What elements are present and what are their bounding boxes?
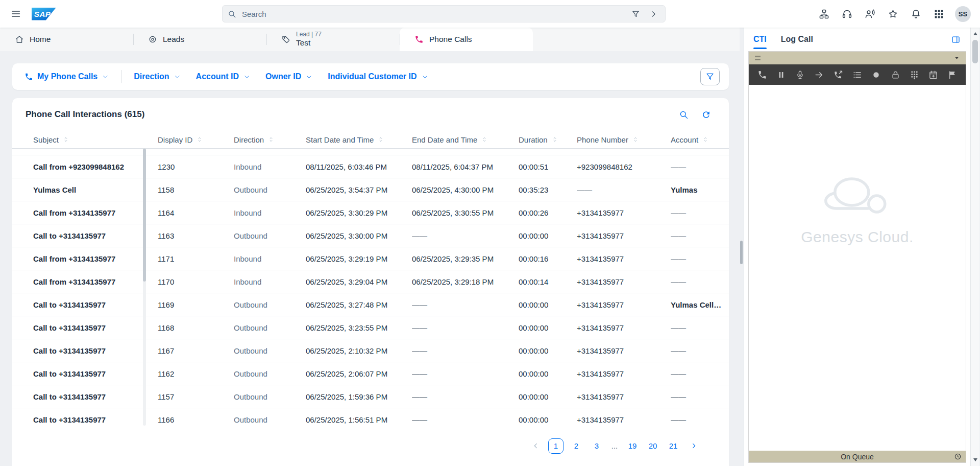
favorites-icon[interactable] <box>885 6 901 22</box>
table-row[interactable]: Call to +31341359771166Outbound06/25/202… <box>12 408 729 426</box>
notifications-icon[interactable] <box>908 6 924 22</box>
dialpad-icon[interactable] <box>908 68 920 81</box>
cell-phone-number: +3134135977 <box>577 392 671 401</box>
column-header-direction[interactable]: Direction <box>234 135 306 144</box>
filter-direction[interactable]: Direction <box>134 72 180 81</box>
cell-phone-number: +3134135977 <box>577 231 671 240</box>
tab-label: Leads <box>163 35 184 44</box>
sap-logo[interactable]: SAP <box>32 8 56 20</box>
table-row[interactable]: Call to +31341359771167Outbound06/25/202… <box>12 339 729 362</box>
page-button-3[interactable]: 3 <box>589 438 604 454</box>
filter-my-phone-calls[interactable]: My Phone Calls <box>24 72 109 81</box>
tab-caption: Lead | 77 <box>296 31 322 38</box>
org-chart-icon[interactable] <box>816 6 832 22</box>
mute-icon[interactable] <box>794 68 806 81</box>
column-header-account[interactable]: Account <box>671 135 729 144</box>
pagination: 123...192021 <box>12 426 729 466</box>
page-button-19[interactable]: 19 <box>625 438 640 454</box>
previous-page-button[interactable] <box>528 438 543 454</box>
tab-leads[interactable]: Leads <box>133 28 266 51</box>
cell-phone-number: —— <box>577 185 671 194</box>
column-header-start-date-and-time[interactable]: Start Date and Time <box>306 135 412 144</box>
table-row[interactable]: Call from +31341359771164Inbound06/25/20… <box>12 201 729 224</box>
cti-tab-cti[interactable]: CTI <box>753 28 767 51</box>
search-filter-icon[interactable] <box>629 7 642 20</box>
cell-account: —— <box>671 346 729 355</box>
table-scrollbar[interactable] <box>143 149 146 426</box>
cell-duration: 00:00:16 <box>519 254 577 263</box>
page-button-21[interactable]: 21 <box>666 438 681 454</box>
table-row[interactable]: Call from +31341359771170Inbound06/25/20… <box>12 270 729 293</box>
schedule-callback-icon[interactable] <box>927 68 940 81</box>
cell-duration: 00:00:14 <box>519 277 577 286</box>
interaction-list-icon[interactable] <box>851 68 863 81</box>
table-row[interactable]: Call to +31341359771162Outbound06/25/202… <box>12 362 729 385</box>
hold-icon[interactable] <box>775 68 787 81</box>
tab-phone-calls[interactable]: Phone Calls <box>400 28 533 51</box>
page-button-2[interactable]: 2 <box>569 438 584 454</box>
menu-icon[interactable] <box>7 5 24 22</box>
scroll-up-arrow[interactable] <box>971 29 979 39</box>
page-button-1[interactable]: 1 <box>548 438 564 454</box>
resizer-grip-icon[interactable] <box>740 241 743 264</box>
cti-tab-log-call[interactable]: Log Call <box>781 28 813 51</box>
widget-caret-icon[interactable] <box>953 54 961 62</box>
cell-account: —— <box>671 323 729 332</box>
table-row[interactable]: Yulmas Cell1158Outbound06/25/2025, 3:54:… <box>12 178 729 201</box>
cell-direction: Outbound <box>234 185 306 194</box>
page-scrollbar-thumb[interactable] <box>972 40 978 63</box>
app-grid-icon[interactable] <box>930 6 947 22</box>
secure-pause-icon[interactable] <box>889 68 901 81</box>
cell-direction: Inbound <box>234 162 306 171</box>
record-icon[interactable] <box>870 68 883 81</box>
queue-status-bar[interactable]: On Queue <box>749 451 966 462</box>
table-refresh-button[interactable] <box>698 107 714 122</box>
table-row[interactable]: Call to +31341359771169Outbound06/25/202… <box>12 293 729 316</box>
table-scrollbar-thumb[interactable] <box>143 149 146 282</box>
next-page-button[interactable] <box>686 438 701 454</box>
flag-icon[interactable] <box>946 68 959 81</box>
search-input[interactable] <box>241 9 624 19</box>
tab-test[interactable]: Lead | 77Test <box>266 28 400 51</box>
tab-home[interactable]: Home <box>0 28 133 51</box>
page-button-20[interactable]: 20 <box>645 438 660 454</box>
cell-start-date-and-time: 06/25/2025, 3:54:37 PM <box>306 185 412 194</box>
filter-account-id[interactable]: Account ID <box>196 72 250 81</box>
cell-phone-number: +3134135977 <box>577 277 671 286</box>
table-header-row: SubjectDisplay IDDirectionStart Date and… <box>12 131 729 149</box>
user-avatar[interactable]: SS <box>955 6 971 22</box>
dock-panel-icon[interactable] <box>948 32 963 46</box>
headset-icon[interactable] <box>839 6 855 22</box>
adapt-filters-button[interactable] <box>700 68 720 85</box>
panel-resizer[interactable] <box>740 28 744 466</box>
filter-owner-id[interactable]: Owner ID <box>265 72 312 81</box>
cell-subject: Call from +3134135977 <box>33 277 158 286</box>
cell-duration: 00:00:00 <box>519 323 577 332</box>
widget-menu-icon[interactable] <box>754 54 762 62</box>
column-header-display-id[interactable]: Display ID <box>158 135 234 144</box>
table-row[interactable]: Call to +31341359771163Outbound06/25/202… <box>12 224 729 247</box>
column-header-phone-number[interactable]: Phone Number <box>577 135 671 144</box>
column-header-subject[interactable]: Subject <box>33 135 158 144</box>
column-header-duration[interactable]: Duration <box>519 135 577 144</box>
chevron-left-icon <box>532 442 540 450</box>
user-voice-icon[interactable] <box>862 6 878 22</box>
table-search-button[interactable] <box>676 107 691 122</box>
cell-subject: Call to +3134135977 <box>33 231 158 240</box>
table-row[interactable]: Call to +31341359771157Outbound06/25/202… <box>12 385 729 408</box>
genesys-watermark-text: Genesys Cloud. <box>801 228 913 246</box>
filter-individual-customer-id[interactable]: Individual Customer ID <box>328 72 428 81</box>
search-expand-icon[interactable] <box>647 7 660 20</box>
cell-duration: 00:00:26 <box>519 208 577 217</box>
page-scrollbar[interactable] <box>970 28 979 466</box>
transfer-icon[interactable] <box>813 68 825 81</box>
call-icon[interactable] <box>756 68 768 81</box>
table-row[interactable]: Call to +31341359771168Outbound06/25/202… <box>12 316 729 339</box>
sort-icon <box>197 136 203 143</box>
scroll-down-arrow[interactable] <box>971 455 979 465</box>
table-row[interactable]: Call from +9230998481621230Inbound08/11/… <box>12 155 729 178</box>
consult-call-icon[interactable] <box>832 68 844 81</box>
column-header-end-date-and-time[interactable]: End Date and Time <box>412 135 519 144</box>
table-row[interactable]: Call from +31341359771171Inbound06/25/20… <box>12 247 729 270</box>
cell-start-date-and-time: 06/25/2025, 2:10:32 PM <box>306 346 412 355</box>
